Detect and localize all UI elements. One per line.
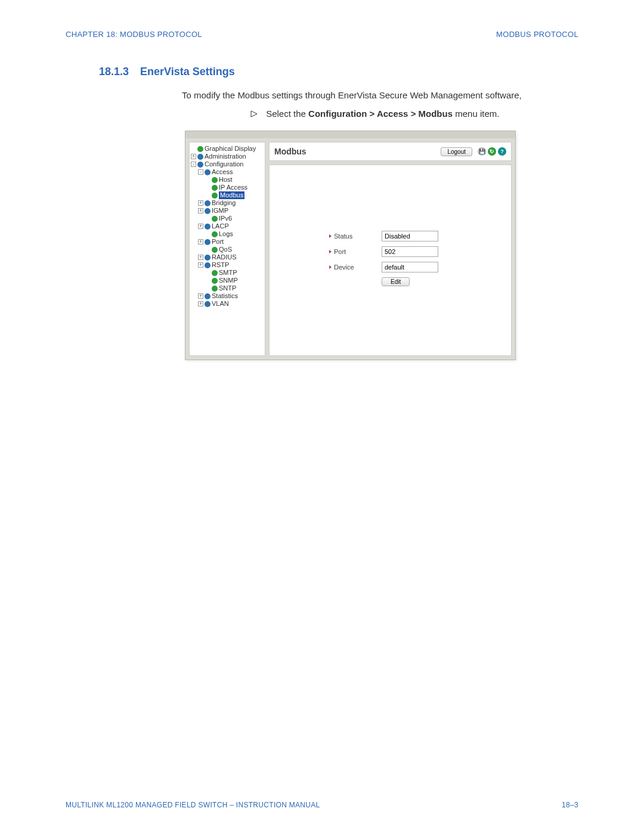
expand-icon[interactable]: + (198, 239, 203, 244)
tree-item-ipv6[interactable]: IPv6 (219, 215, 232, 222)
tree-item-rstp[interactable]: RSTP (212, 261, 229, 269)
spacer-icon (205, 193, 210, 198)
window-titlebar (185, 131, 515, 138)
header-right: MODBUS PROTOCOL (496, 30, 578, 39)
tree-row: Modbus (191, 191, 264, 199)
form-row: Edit (382, 277, 438, 286)
form-input-status[interactable] (382, 231, 438, 241)
form-label-status: Status (334, 233, 382, 240)
spacer-icon (205, 185, 210, 190)
folder-icon (205, 224, 210, 230)
tree-row: +Statistics (191, 292, 264, 300)
tree-item-bridging[interactable]: Bridging (212, 199, 236, 207)
refresh-icon[interactable]: ↻ (488, 147, 496, 156)
tree-item-logs[interactable]: Logs (219, 230, 233, 238)
folder-icon (205, 293, 210, 299)
tree-row: +IGMP (191, 207, 264, 215)
bullet-icon (329, 250, 332, 253)
form-label-port: Port (334, 248, 382, 255)
expand-icon[interactable]: + (198, 224, 203, 229)
tree-row: Host (191, 176, 264, 184)
footer-left: MULTILINK ML1200 MANAGED FIELD SWITCH – … (66, 801, 320, 809)
content-topbar: Modbus Logout 💾 ↻ ? (269, 142, 512, 161)
tree-item-sntp[interactable]: SNTP (219, 284, 236, 292)
triangle-icon (250, 109, 258, 119)
expand-icon[interactable]: + (191, 154, 196, 159)
tree-row: SNMP (191, 277, 264, 284)
section-title-text: EnerVista Settings (140, 66, 235, 78)
tree-row: +Bridging (191, 199, 264, 207)
tree-row: -Access (191, 168, 264, 176)
form-row: Device (329, 262, 438, 272)
tree-row: Logs (191, 230, 264, 238)
edit-button[interactable]: Edit (382, 277, 410, 286)
tree-item-radius[interactable]: RADIUS (212, 253, 237, 261)
modbus-form: StatusPortDeviceEdit (329, 231, 438, 291)
expand-icon[interactable]: + (198, 208, 203, 213)
tree-row: QoS (191, 246, 264, 253)
logout-button[interactable]: Logout (441, 147, 472, 156)
folder-icon (205, 200, 210, 206)
header-left: CHAPTER 18: MODBUS PROTOCOL (66, 30, 202, 39)
expand-icon[interactable]: + (198, 262, 203, 268)
form-input-device[interactable] (382, 262, 438, 272)
collapse-icon[interactable]: - (198, 169, 203, 175)
tree-item-access[interactable]: Access (212, 168, 233, 176)
form-row: Status (329, 231, 438, 241)
section-body: To modify the Modbus settings through En… (182, 90, 578, 100)
help-icon[interactable]: ? (498, 147, 506, 156)
tree-item-igmp[interactable]: IGMP (212, 207, 228, 215)
tree-item-ip-access[interactable]: IP Access (219, 184, 247, 191)
bullet-icon (329, 265, 332, 269)
tree-item-modbus[interactable]: Modbus (219, 191, 244, 199)
tree-row: +Administration (191, 153, 264, 160)
save-icon[interactable]: 💾 (478, 147, 486, 156)
step-bold: Configuration > Access > Modbus (308, 109, 453, 119)
panel-title: Modbus (274, 147, 441, 156)
folder-icon (205, 208, 210, 214)
expand-icon[interactable]: + (198, 255, 203, 260)
folder-icon (205, 239, 210, 245)
leaf-icon (212, 247, 218, 253)
page-footer: MULTILINK ML1200 MANAGED FIELD SWITCH – … (66, 801, 578, 809)
collapse-icon[interactable]: - (191, 162, 196, 167)
spacer-icon (205, 231, 210, 237)
tree-item-statistics[interactable]: Statistics (212, 292, 238, 300)
folder-icon (197, 162, 203, 168)
tree-item-configuration[interactable]: Configuration (205, 160, 243, 168)
tree-item-port[interactable]: Port (212, 238, 224, 246)
leaf-icon (212, 177, 218, 183)
tree-item-administration[interactable]: Administration (205, 153, 246, 160)
form-row: Port (329, 246, 438, 257)
page-header: CHAPTER 18: MODBUS PROTOCOL MODBUS PROTO… (66, 30, 578, 39)
tree-item-host[interactable]: Host (219, 176, 233, 184)
leaf-icon (212, 231, 218, 237)
bullet-icon (329, 234, 332, 238)
tree-item-smtp[interactable]: SMTP (219, 269, 237, 277)
screenshot-window: Graphical Display+Administration-Configu… (185, 131, 516, 360)
content-body: StatusPortDeviceEdit (269, 165, 512, 356)
folder-icon (205, 301, 210, 307)
tree-row: SMTP (191, 269, 264, 277)
spacer-icon (205, 216, 210, 221)
tree-item-lacp[interactable]: LACP (212, 222, 229, 230)
leaf-icon (212, 193, 218, 199)
tree-row: +Port (191, 238, 264, 246)
nav-tree: Graphical Display+Administration-Configu… (189, 142, 265, 356)
leaf-icon (197, 146, 203, 152)
tree-item-graphical-display[interactable]: Graphical Display (205, 145, 256, 153)
folder-icon (197, 154, 203, 160)
spacer-icon (205, 286, 210, 291)
form-input-port[interactable] (382, 246, 438, 257)
tree-row: +VLAN (191, 300, 264, 308)
expand-icon[interactable]: + (198, 200, 203, 206)
expand-icon[interactable]: + (198, 301, 203, 306)
footer-right: 18–3 (562, 801, 578, 809)
folder-icon (205, 169, 210, 175)
tree-row: IPv6 (191, 215, 264, 222)
tree-item-snmp[interactable]: SNMP (219, 277, 238, 284)
tree-row: +RADIUS (191, 253, 264, 261)
expand-icon[interactable]: + (198, 293, 203, 299)
tree-item-qos[interactable]: QoS (219, 246, 232, 253)
tree-item-vlan[interactable]: VLAN (212, 300, 229, 308)
